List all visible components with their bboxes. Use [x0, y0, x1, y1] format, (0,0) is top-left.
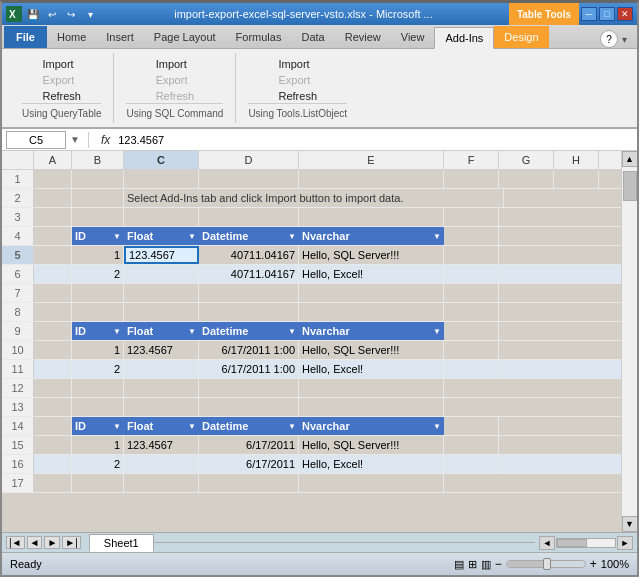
- import-querytable-button[interactable]: Import: [38, 57, 85, 71]
- tab-insert[interactable]: Insert: [96, 26, 144, 48]
- cell-b9[interactable]: ID ▼: [72, 322, 124, 340]
- col-header-g[interactable]: G: [499, 151, 554, 169]
- cell-b2[interactable]: [72, 189, 124, 207]
- cell-b13[interactable]: [72, 398, 124, 416]
- cell-c1[interactable]: [124, 170, 199, 188]
- cell-b6[interactable]: 2: [72, 265, 124, 283]
- cell-f10[interactable]: [444, 341, 499, 359]
- redo-quick-icon[interactable]: ↪: [63, 6, 79, 22]
- refresh-sql-button[interactable]: Refresh: [152, 89, 199, 103]
- cell-b17[interactable]: [72, 474, 124, 492]
- cell-c17[interactable]: [124, 474, 199, 492]
- tab-home[interactable]: Home: [47, 26, 96, 48]
- cell-f14[interactable]: [444, 417, 499, 435]
- minimize-button[interactable]: ─: [581, 7, 597, 21]
- cell-c2[interactable]: Select Add-Ins tab and click Import butt…: [124, 189, 504, 207]
- import-listobject-button[interactable]: Import: [274, 57, 321, 71]
- cell-b3[interactable]: [72, 208, 124, 226]
- minimize-ribbon-button[interactable]: ▾: [622, 34, 627, 45]
- scroll-down-button[interactable]: ▼: [622, 516, 638, 532]
- cell-c8[interactable]: [124, 303, 199, 321]
- cell-a8[interactable]: [34, 303, 72, 321]
- cell-e14[interactable]: Nvarchar ▼: [299, 417, 444, 435]
- cell-b1[interactable]: [72, 170, 124, 188]
- col-header-a[interactable]: A: [34, 151, 72, 169]
- sheet-tab-sheet1[interactable]: Sheet1: [89, 534, 154, 552]
- cell-c9[interactable]: Float ▼: [124, 322, 199, 340]
- cell-d4[interactable]: Datetime ▼: [199, 227, 299, 245]
- restore-button[interactable]: □: [599, 7, 615, 21]
- cell-b5[interactable]: 1: [72, 246, 124, 264]
- cell-d9[interactable]: Datetime ▼: [199, 322, 299, 340]
- scroll-up-button[interactable]: ▲: [622, 151, 638, 167]
- cell-a2[interactable]: [34, 189, 72, 207]
- cell-d1[interactable]: [199, 170, 299, 188]
- zoom-thumb[interactable]: [543, 558, 551, 570]
- cell-a5[interactable]: [34, 246, 72, 264]
- export-sql-button[interactable]: Export: [152, 73, 199, 87]
- cell-f9[interactable]: [444, 322, 499, 340]
- import-sql-button[interactable]: Import: [152, 57, 199, 71]
- cell-a17[interactable]: [34, 474, 72, 492]
- cell-a15[interactable]: [34, 436, 72, 454]
- cell-c10[interactable]: 123.4567: [124, 341, 199, 359]
- cell-a7[interactable]: [34, 284, 72, 302]
- cell-f7[interactable]: [444, 284, 499, 302]
- refresh-listobject-button[interactable]: Refresh: [274, 89, 321, 103]
- view-page-icon[interactable]: ▥: [481, 558, 491, 571]
- cell-d15[interactable]: 6/17/2011: [199, 436, 299, 454]
- cell-c12[interactable]: [124, 379, 199, 397]
- cell-e6[interactable]: Hello, Excel!: [299, 265, 444, 283]
- cell-e15[interactable]: Hello, SQL Server!!!: [299, 436, 444, 454]
- cell-d3[interactable]: [199, 208, 299, 226]
- cell-f1[interactable]: [444, 170, 499, 188]
- cell-b4[interactable]: ID ▼: [72, 227, 124, 245]
- col-header-e[interactable]: E: [299, 151, 444, 169]
- cell-a10[interactable]: [34, 341, 72, 359]
- zoom-minus-button[interactable]: −: [495, 557, 502, 571]
- col-header-d[interactable]: D: [199, 151, 299, 169]
- cell-a12[interactable]: [34, 379, 72, 397]
- cell-a16[interactable]: [34, 455, 72, 473]
- sheet-nav-next[interactable]: ►: [44, 536, 60, 549]
- cell-d5[interactable]: 40711.04167: [199, 246, 299, 264]
- cell-b12[interactable]: [72, 379, 124, 397]
- cell-c5[interactable]: 123.4567: [124, 246, 199, 264]
- cell-c11[interactable]: [124, 360, 199, 378]
- cell-e8[interactable]: [299, 303, 444, 321]
- cell-d17[interactable]: [199, 474, 299, 492]
- h-scroll-thumb[interactable]: [557, 539, 587, 547]
- cell-e12[interactable]: [299, 379, 444, 397]
- cell-a13[interactable]: [34, 398, 72, 416]
- cell-c13[interactable]: [124, 398, 199, 416]
- help-button[interactable]: ?: [600, 30, 618, 48]
- cell-b8[interactable]: [72, 303, 124, 321]
- cell-d14[interactable]: Datetime ▼: [199, 417, 299, 435]
- close-button[interactable]: ✕: [617, 7, 633, 21]
- cell-reference-input[interactable]: [6, 131, 66, 149]
- export-querytable-button[interactable]: Export: [38, 73, 85, 87]
- cell-e16[interactable]: Hello, Excel!: [299, 455, 444, 473]
- refresh-querytable-button[interactable]: Refresh: [38, 89, 85, 103]
- cell-d6[interactable]: 40711.04167: [199, 265, 299, 283]
- cell-f8[interactable]: [444, 303, 499, 321]
- cell-f3[interactable]: [444, 208, 499, 226]
- cell-e11[interactable]: Hello, Excel!: [299, 360, 444, 378]
- cell-e10[interactable]: Hello, SQL Server!!!: [299, 341, 444, 359]
- cell-b7[interactable]: [72, 284, 124, 302]
- export-listobject-button[interactable]: Export: [274, 73, 321, 87]
- cell-e7[interactable]: [299, 284, 444, 302]
- cell-c3[interactable]: [124, 208, 199, 226]
- scroll-thumb[interactable]: [623, 171, 637, 201]
- cell-f16[interactable]: [444, 455, 499, 473]
- cell-b16[interactable]: 2: [72, 455, 124, 473]
- cell-f5[interactable]: [444, 246, 499, 264]
- sheet-nav-prev[interactable]: ◄: [27, 536, 43, 549]
- cell-c14[interactable]: Float ▼: [124, 417, 199, 435]
- cell-e9[interactable]: Nvarchar ▼: [299, 322, 444, 340]
- cell-e5[interactable]: Hello, SQL Server!!!: [299, 246, 444, 264]
- cell-b15[interactable]: 1: [72, 436, 124, 454]
- tab-review[interactable]: Review: [335, 26, 391, 48]
- horizontal-scrollbar[interactable]: [556, 538, 616, 548]
- cell-f4[interactable]: [444, 227, 499, 245]
